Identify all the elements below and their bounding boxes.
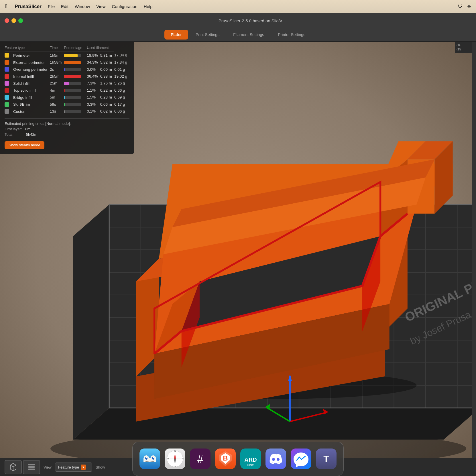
svg-line-50 [13,465,16,467]
percentage-cell: 34.3% [87,59,100,66]
feature-name-cell: Custom [13,108,50,115]
dropdown-arrow-icon: ▼ [81,465,86,470]
header-percentage: Percentage [64,46,87,52]
feature-color-swatch [5,95,9,100]
time-cell: 1h58m [50,59,64,66]
weight-cell: 17.34 g [114,59,129,66]
view-label: View [44,465,52,469]
percentage-cell: 18.9% [87,52,100,59]
weight-cell: 0.01 g [114,66,129,73]
feature-name-cell: Perimeter [13,52,50,59]
minimize-button[interactable] [11,18,16,23]
percentage-bar-fill [64,61,81,64]
feature-name-label: Solid infill [13,81,29,86]
dock-slack[interactable]: # [189,447,212,470]
layer-view-button[interactable] [23,460,40,474]
menu-file[interactable]: File [48,4,55,9]
table-row: External perimeter 1h58m 34.3% 5.82 m 17… [5,59,129,66]
percentage-bar [64,75,81,78]
3d-view-button[interactable] [5,460,22,474]
dock-finder[interactable] [138,447,161,470]
percentage-cell: 7.3% [87,80,100,87]
table-row: Solid infill 25m 7.3% 1.76 m 5.26 g [5,80,129,87]
weight-cell: 17.34 g [114,52,129,59]
feature-name-label: Skirt/Brim [13,102,30,107]
svg-text:ARD: ARD [244,457,257,463]
weight-cell: 0.17 g [114,101,129,108]
svg-text:B: B [223,454,228,462]
tab-filament-settings[interactable]: Filament Settings [227,30,270,40]
svg-line-49 [10,465,13,467]
feature-color-cell [5,87,13,94]
menu-window[interactable]: Window [75,4,90,9]
dock-teams[interactable]: T [315,447,338,470]
feature-color-swatch [5,81,9,86]
feature-color-swatch [5,109,9,114]
feature-color-swatch [5,60,9,65]
menu-configuration[interactable]: Configuration [112,4,137,9]
time-cell: 25m [50,80,64,87]
svg-text:T: T [323,454,329,464]
weight-cell: 0.06 g [114,108,129,115]
svg-text:UINO: UINO [247,464,254,467]
dock-arduino[interactable]: ARD UINO [239,447,262,470]
maximize-button[interactable] [18,18,23,23]
percentage-bar-fill [64,54,78,57]
percentage-cell: 0.3% [87,101,100,108]
menubar-icon-shield: 🛡 [458,4,463,9]
show-stealth-mode-button[interactable]: Show stealth mode [5,141,44,149]
feature-color-cell [5,59,13,66]
feature-type-dropdown[interactable]: Feature type ▼ [55,463,92,472]
weight-cell: 0.66 g [114,87,129,94]
table-row: Bridge infill 5m 1.5% 0.23 m 0.69 g [5,94,129,101]
svg-marker-2 [73,204,109,440]
tab-print-settings[interactable]: Print Settings [189,30,226,40]
table-row: Overhang perimeter 2s 0.0% 0.00 m 0.01 g [5,66,129,73]
bar-cell [64,101,87,108]
weight-cell: 0.69 g [114,94,129,101]
dock-discord[interactable] [264,447,287,470]
menu-view[interactable]: View [96,4,105,9]
length-cell: 1.76 m [100,80,114,87]
dock-brave[interactable]: B [214,447,237,470]
svg-point-59 [145,457,147,460]
close-button[interactable] [5,18,9,23]
header-feature-type: Feature type [5,46,50,52]
bar-cell [64,80,87,87]
bar-cell [64,59,87,66]
percentage-bar-fill [64,75,81,78]
length-cell: 5.82 m [100,59,114,66]
percentage-bar-fill [64,82,69,85]
bar-cell [64,52,87,59]
tab-printer-settings[interactable]: Printer Settings [272,30,312,40]
feature-name-cell: External perimeter [13,59,50,66]
table-row: Skirt/Brim 59s 0.3% 0.06 m 0.17 g [5,101,129,108]
dock-safari[interactable]: N S E W [164,447,186,470]
feature-name-cell: Overhang perimeter [13,66,50,73]
total-line: Total: 5h42m [5,132,129,137]
weight-cell: 19.02 g [114,73,129,80]
feature-color-cell [5,66,13,73]
svg-text:N: N [174,450,176,452]
svg-text:S: S [174,465,176,467]
3d-viewport[interactable]: 30. (15 [0,42,476,458]
length-cell: 0.06 m [100,101,114,108]
menu-help[interactable]: Help [144,4,153,9]
menu-edit[interactable]: Edit [61,4,68,9]
app-name[interactable]: PrusaSlicer [15,4,42,9]
feature-name-cell: Top solid infill [13,87,50,94]
percentage-bar [64,110,81,113]
feature-color-swatch [5,74,9,79]
total-label: Total: [5,132,13,137]
svg-rect-53 [28,466,35,468]
time-cell: 2h5m [50,73,64,80]
feature-name-label: Custom [13,109,27,114]
estimated-text: Estimated printing times [Normal mode]: [5,121,129,126]
time-cell: 59s [50,101,64,108]
show-label: Show [96,465,105,469]
percentage-cell: 36.4% [87,73,100,80]
dock-messenger[interactable] [290,447,312,470]
apple-menu[interactable]:  [5,3,7,10]
tab-plater[interactable]: Plater [164,30,188,40]
feature-name-label: Top solid infill [13,88,36,93]
